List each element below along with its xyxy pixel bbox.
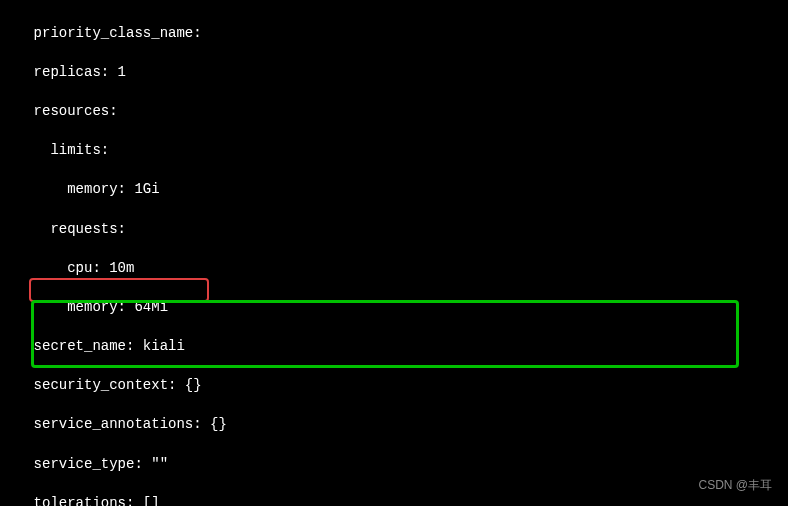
code-line: replicas: 1 xyxy=(0,63,788,83)
watermark: CSDN @丰耳 xyxy=(698,477,772,494)
code-line: limits: xyxy=(0,141,788,161)
code-line: secret_name: kiali xyxy=(0,337,788,357)
code-line: service_type: "" xyxy=(0,455,788,475)
code-line: resources: xyxy=(0,102,788,122)
yaml-code-block: priority_class_name: replicas: 1 resourc… xyxy=(0,0,788,506)
code-line: memory: 1Gi xyxy=(0,180,788,200)
code-line: memory: 64Mi xyxy=(0,298,788,318)
code-line: cpu: 10m xyxy=(0,259,788,279)
code-line: requests: xyxy=(0,220,788,240)
code-line: priority_class_name: xyxy=(0,24,788,44)
code-line: tolerations: [] xyxy=(0,494,788,506)
code-line: service_annotations: {} xyxy=(0,415,788,435)
code-line: security_context: {} xyxy=(0,376,788,396)
